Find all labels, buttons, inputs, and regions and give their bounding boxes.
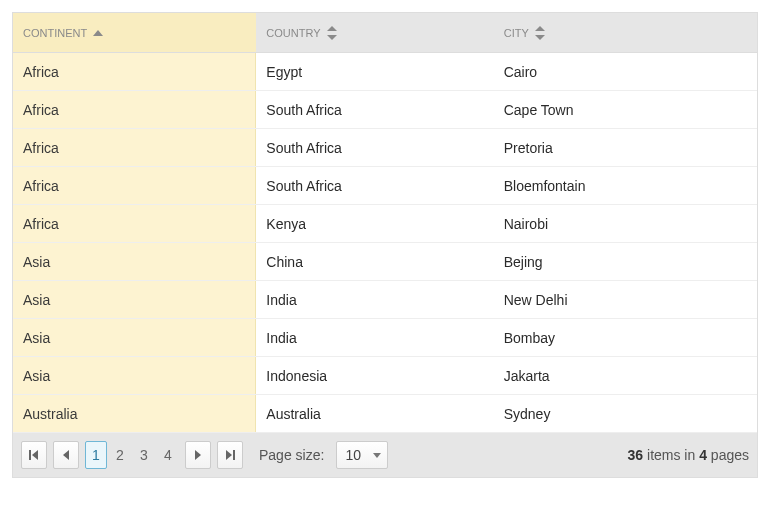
cell-city: Bloemfontain: [494, 167, 757, 204]
table-row[interactable]: AsiaChinaBejing: [13, 243, 757, 281]
cell-continent: Asia: [13, 319, 256, 356]
page-size-label: Page size:: [259, 447, 324, 463]
pager-total-pages: 4: [699, 447, 707, 463]
cell-country: South Africa: [256, 129, 493, 166]
chevron-down-icon: [373, 453, 381, 458]
pager-prev-button[interactable]: [53, 441, 79, 469]
page-size-value: 10: [345, 447, 361, 463]
cell-country: India: [256, 281, 493, 318]
pager-items-in-text: items in: [643, 447, 699, 463]
cell-country: India: [256, 319, 493, 356]
first-page-icon: [29, 450, 39, 460]
table-row[interactable]: AustraliaAustraliaSydney: [13, 395, 757, 433]
column-header-country[interactable]: Country: [256, 13, 493, 52]
column-header-city[interactable]: City: [494, 13, 757, 52]
cell-city: Bombay: [494, 319, 757, 356]
pager-last-button[interactable]: [217, 441, 243, 469]
svg-marker-3: [195, 450, 201, 460]
cell-country: South Africa: [256, 91, 493, 128]
cell-country: South Africa: [256, 167, 493, 204]
sort-asc-icon: [93, 30, 103, 36]
sort-icon: [535, 26, 545, 40]
svg-marker-2: [63, 450, 69, 460]
svg-marker-4: [226, 450, 232, 460]
last-page-icon: [225, 450, 235, 460]
svg-rect-5: [233, 450, 235, 460]
cell-country: Indonesia: [256, 357, 493, 394]
table-row[interactable]: AsiaIndiaNew Delhi: [13, 281, 757, 319]
cell-continent: Australia: [13, 395, 256, 432]
pager: 1234 Page size: 10 36 items in 4 pages: [13, 433, 757, 477]
cell-country: Egypt: [256, 53, 493, 90]
table-header-row: Continent Country City: [13, 13, 757, 53]
cell-country: China: [256, 243, 493, 280]
cell-city: Cairo: [494, 53, 757, 90]
next-page-icon: [193, 450, 203, 460]
cell-continent: Africa: [13, 53, 256, 90]
cell-city: Bejing: [494, 243, 757, 280]
pager-info: 36 items in 4 pages: [628, 447, 749, 463]
cell-city: Sydney: [494, 395, 757, 432]
cell-country: Kenya: [256, 205, 493, 242]
prev-page-icon: [61, 450, 71, 460]
cell-city: Jakarta: [494, 357, 757, 394]
cell-continent: Asia: [13, 243, 256, 280]
cell-continent: Africa: [13, 91, 256, 128]
cell-city: Cape Town: [494, 91, 757, 128]
svg-marker-1: [32, 450, 38, 460]
pager-next-button[interactable]: [185, 441, 211, 469]
cell-city: Pretoria: [494, 129, 757, 166]
column-header-label: Continent: [23, 27, 87, 39]
table-row[interactable]: AfricaSouth AfricaBloemfontain: [13, 167, 757, 205]
cell-city: Nairobi: [494, 205, 757, 242]
table-row[interactable]: AfricaEgyptCairo: [13, 53, 757, 91]
table-row[interactable]: AfricaSouth AfricaCape Town: [13, 91, 757, 129]
data-grid: Continent Country City AfricaEgyptCairoA…: [12, 12, 758, 478]
cell-city: New Delhi: [494, 281, 757, 318]
cell-country: Australia: [256, 395, 493, 432]
table-row[interactable]: AsiaIndonesiaJakarta: [13, 357, 757, 395]
cell-continent: Africa: [13, 129, 256, 166]
pager-first-button[interactable]: [21, 441, 47, 469]
page-size-select[interactable]: 10: [336, 441, 388, 469]
pager-page-3[interactable]: 3: [133, 441, 155, 469]
pager-total-items: 36: [628, 447, 644, 463]
table-body: AfricaEgyptCairoAfricaSouth AfricaCape T…: [13, 53, 757, 433]
svg-rect-0: [29, 450, 31, 460]
pager-pages-text: pages: [707, 447, 749, 463]
table-row[interactable]: AfricaSouth AfricaPretoria: [13, 129, 757, 167]
column-header-continent[interactable]: Continent: [13, 13, 256, 52]
pager-page-2[interactable]: 2: [109, 441, 131, 469]
cell-continent: Africa: [13, 167, 256, 204]
cell-continent: Asia: [13, 357, 256, 394]
pager-page-1[interactable]: 1: [85, 441, 107, 469]
cell-continent: Africa: [13, 205, 256, 242]
pager-pages: 1234: [85, 441, 179, 469]
table-row[interactable]: AfricaKenyaNairobi: [13, 205, 757, 243]
pager-page-4[interactable]: 4: [157, 441, 179, 469]
cell-continent: Asia: [13, 281, 256, 318]
table-row[interactable]: AsiaIndiaBombay: [13, 319, 757, 357]
column-header-label: Country: [266, 27, 320, 39]
sort-icon: [327, 26, 337, 40]
column-header-label: City: [504, 27, 529, 39]
